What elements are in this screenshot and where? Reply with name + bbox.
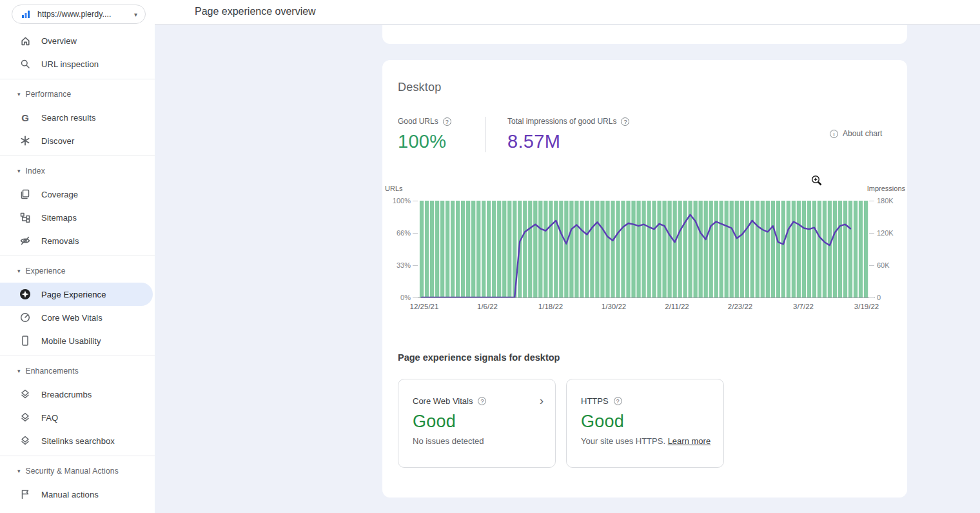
good-urls-bar[interactable] — [766, 201, 770, 297]
good-urls-bar[interactable] — [466, 201, 470, 297]
good-urls-bar[interactable] — [823, 201, 827, 297]
good-urls-bar[interactable] — [544, 201, 547, 297]
good-urls-bar[interactable] — [720, 201, 723, 297]
good-urls-bar[interactable] — [854, 201, 858, 297]
good-urls-bar[interactable] — [730, 201, 734, 297]
good-urls-bar[interactable] — [781, 201, 785, 297]
good-urls-bar[interactable] — [446, 201, 449, 297]
good-urls-bar[interactable] — [848, 201, 852, 297]
sidebar-item-breadcrumbs[interactable]: Breadcrumbs — [0, 383, 155, 406]
good-urls-bar[interactable] — [647, 201, 651, 297]
good-urls-bar[interactable] — [626, 201, 630, 297]
sidebar-item-discover[interactable]: Discover — [0, 129, 155, 152]
good-urls-bar[interactable] — [714, 201, 718, 297]
good-urls-bar[interactable] — [621, 201, 625, 297]
good-urls-bar[interactable] — [497, 201, 501, 297]
good-urls-bar[interactable] — [574, 201, 578, 297]
good-urls-bar[interactable] — [559, 201, 563, 297]
good-urls-bar[interactable] — [554, 201, 558, 297]
good-urls-bar[interactable] — [605, 201, 609, 297]
good-urls-bar[interactable] — [843, 201, 847, 297]
sidebar-item-sitelinks-searchbox[interactable]: Sitelinks searchbox — [0, 429, 155, 452]
good-urls-bar[interactable] — [864, 201, 868, 297]
good-urls-bar[interactable] — [487, 201, 491, 297]
good-urls-bar[interactable] — [776, 201, 780, 297]
good-urls-bar[interactable] — [569, 201, 573, 297]
sidebar-item-removals[interactable]: Removals — [0, 229, 155, 252]
core-web-vitals-card[interactable]: Core Web Vitals ? › Good No issues detec… — [398, 379, 556, 468]
good-urls-bar[interactable] — [787, 201, 790, 297]
good-urls-bar[interactable] — [440, 201, 444, 297]
good-urls-bar[interactable] — [771, 201, 775, 297]
chart-plot-area[interactable] — [419, 201, 868, 297]
good-urls-bar[interactable] — [694, 201, 698, 297]
good-urls-bar[interactable] — [549, 201, 553, 297]
good-urls-bar[interactable] — [802, 201, 806, 297]
good-urls-bar[interactable] — [828, 201, 832, 297]
sidebar-item-coverage[interactable]: Coverage — [0, 183, 155, 206]
good-urls-bar[interactable] — [642, 201, 645, 297]
good-urls-bar[interactable] — [611, 201, 614, 297]
good-urls-bar[interactable] — [476, 201, 480, 297]
good-urls-bar[interactable] — [564, 201, 568, 297]
good-urls-bar[interactable] — [528, 201, 532, 297]
good-urls-bar[interactable] — [435, 201, 439, 297]
good-urls-bar[interactable] — [812, 201, 816, 297]
sidebar-item-mobile-usability[interactable]: Mobile Usability — [0, 329, 155, 352]
good-urls-bar[interactable] — [456, 201, 460, 297]
property-selector[interactable]: https://www.plerdy.... ▾ — [12, 5, 146, 24]
sidebar-section-index[interactable]: ▾ Index — [0, 159, 155, 183]
good-urls-bar[interactable] — [590, 201, 594, 297]
good-urls-bar[interactable] — [420, 201, 424, 297]
good-urls-bar[interactable] — [838, 201, 842, 297]
good-urls-bar[interactable] — [792, 201, 796, 297]
help-icon[interactable]: ? — [621, 117, 629, 126]
good-urls-bar[interactable] — [523, 201, 527, 297]
sidebar-section-performance[interactable]: ▾ Performance — [0, 83, 155, 106]
help-icon[interactable]: ? — [614, 397, 622, 405]
help-icon[interactable]: ? — [478, 397, 486, 405]
good-urls-bar[interactable] — [580, 201, 583, 297]
good-urls-bar[interactable] — [667, 201, 671, 297]
sidebar-item-url-inspection[interactable]: URL inspection — [0, 52, 155, 75]
impressions-line[interactable] — [422, 215, 850, 297]
sidebar-item-faq[interactable]: FAQ — [0, 406, 155, 429]
good-urls-bar[interactable] — [672, 201, 676, 297]
good-urls-bar[interactable] — [600, 201, 604, 297]
good-urls-bar[interactable] — [750, 201, 754, 297]
sidebar-section-experience[interactable]: ▾ Experience — [0, 259, 155, 283]
good-urls-bar[interactable] — [482, 201, 485, 297]
good-urls-bar[interactable] — [709, 201, 713, 297]
sidebar-section-security[interactable]: ▾ Security & Manual Actions — [0, 459, 155, 483]
good-urls-bar[interactable] — [699, 201, 703, 297]
good-urls-bar[interactable] — [492, 201, 496, 297]
good-urls-bar[interactable] — [740, 201, 744, 297]
sidebar-item-overview[interactable]: Overview — [0, 29, 155, 52]
about-chart-button[interactable]: i About chart — [830, 129, 882, 138]
good-urls-bar[interactable] — [761, 201, 765, 297]
good-urls-bar[interactable] — [533, 201, 537, 297]
good-urls-bar[interactable] — [451, 201, 455, 297]
good-urls-bar[interactable] — [430, 201, 434, 297]
sidebar-item-search-results[interactable]: G Search results — [0, 106, 155, 129]
learn-more-link[interactable]: Learn more — [668, 436, 710, 446]
help-icon[interactable]: ? — [443, 117, 451, 126]
good-urls-bar[interactable] — [507, 201, 511, 297]
sidebar-item-core-web-vitals[interactable]: Core Web Vitals — [0, 306, 155, 329]
good-urls-bar[interactable] — [725, 201, 729, 297]
good-urls-bar[interactable] — [461, 201, 465, 297]
good-urls-bar[interactable] — [756, 201, 760, 297]
good-urls-bar[interactable] — [797, 201, 801, 297]
sidebar-section-enhancements[interactable]: ▾ Enhancements — [0, 359, 155, 383]
sidebar-item-manual-actions[interactable]: Manual actions — [0, 483, 155, 506]
good-urls-bar[interactable] — [595, 201, 599, 297]
good-urls-bar[interactable] — [657, 201, 661, 297]
good-urls-bar[interactable] — [631, 201, 635, 297]
good-urls-bar[interactable] — [636, 201, 640, 297]
good-urls-bar[interactable] — [585, 201, 589, 297]
good-urls-bar[interactable] — [735, 201, 739, 297]
good-urls-bar[interactable] — [807, 201, 811, 297]
good-urls-bar[interactable] — [425, 201, 429, 297]
good-urls-bar[interactable] — [833, 201, 837, 297]
good-urls-bar[interactable] — [704, 201, 708, 297]
